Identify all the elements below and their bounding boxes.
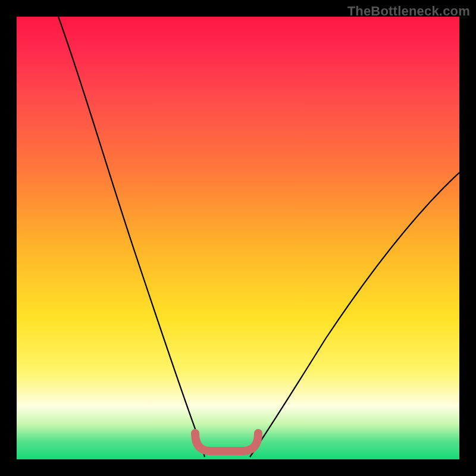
plot-area [17, 17, 459, 459]
left-curve [58, 17, 205, 457]
bottom-bracket [195, 433, 258, 451]
right-curve [250, 173, 459, 457]
watermark-text: TheBottleneck.com [347, 4, 470, 19]
chart-svg [17, 17, 459, 459]
chart-frame: TheBottleneck.com [0, 0, 476, 476]
